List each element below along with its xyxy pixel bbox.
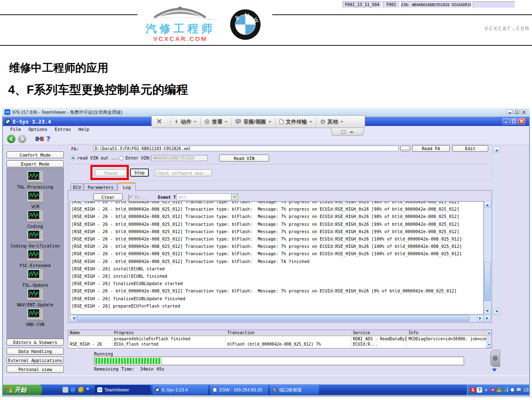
hscroll-thumb[interactable] xyxy=(77,315,469,321)
quick-launch-icon-1[interactable] xyxy=(63,387,68,393)
table-header-cell[interactable]: Name xyxy=(68,330,112,335)
sidebar-tool-item[interactable]: Coding xyxy=(27,210,43,229)
read-vin-radio[interactable] xyxy=(71,156,75,160)
tv-toolbar-item-view[interactable]: 查看 xyxy=(204,118,228,126)
sidebar-tool-item[interactable]: OBD-CVN xyxy=(26,308,44,328)
tray-help-icon[interactable]: ? xyxy=(477,387,482,393)
task-teamviewer[interactable]: TeamViewer xyxy=(95,385,150,394)
task-port-mapper[interactable]: 端口映射器 xyxy=(270,385,319,394)
vin-input[interactable] xyxy=(151,155,208,161)
sidebar-tool-item[interactable]: TSL-Update xyxy=(22,269,48,288)
sidebar-tool-item[interactable]: Coding-Verification xyxy=(11,229,60,249)
clock[interactable]: 13:01 xyxy=(523,387,529,392)
scroll-corner-button[interactable] xyxy=(484,315,491,321)
task-esys[interactable]: E-Sys 3.23.4 xyxy=(153,385,208,394)
sidebar-tool-item[interactable]: VCM xyxy=(27,190,43,210)
file-icon xyxy=(279,119,284,124)
quick-launch-icon-2[interactable] xyxy=(70,387,76,393)
scroll-right-button[interactable] xyxy=(477,315,484,321)
browse-button[interactable]: ... xyxy=(400,146,410,151)
side-grip[interactable] xyxy=(490,350,500,367)
start-button[interactable]: 开始 xyxy=(3,384,42,395)
scroll-left-button[interactable] xyxy=(70,315,76,321)
esys-minimize-button[interactable] xyxy=(503,118,510,124)
maximize-button[interactable] xyxy=(514,110,520,114)
clear-button[interactable]: Clear xyxy=(93,193,123,200)
table-scroll-up-button[interactable] xyxy=(486,330,492,335)
stop-button[interactable]: Stop xyxy=(130,169,149,177)
fa-path-input[interactable] xyxy=(93,146,399,151)
close-button[interactable] xyxy=(521,110,527,114)
tv-toolbar-item-actions[interactable]: 动作 xyxy=(174,118,197,126)
edit-button[interactable]: Edit xyxy=(452,145,488,152)
tray-display-icon[interactable] xyxy=(516,387,521,393)
tray-warning-icon[interactable] xyxy=(496,387,502,393)
events-checkbox-label: Ev... xyxy=(135,195,148,200)
tray-network-icon[interactable] xyxy=(503,387,508,393)
enter-vin-radio[interactable] xyxy=(119,156,123,160)
expert-mode-button[interactable]: Expert Mode xyxy=(7,160,64,167)
log-output[interactable]: [RSE_HIGH - 26 - btld_0000042e-008_025_0… xyxy=(70,201,484,315)
tv-disconnect-button[interactable] xyxy=(152,119,166,125)
tray-messenger-icon[interactable] xyxy=(510,387,515,393)
menu-item[interactable]: Options xyxy=(29,127,47,132)
grip-down-arrow[interactable] xyxy=(492,368,497,374)
read-vin-button[interactable]: Read VIN xyxy=(219,155,269,162)
check-software-button[interactable]: Check software ava... xyxy=(155,169,212,176)
event-type-select[interactable]: All xyxy=(177,193,238,200)
table-header-cell[interactable]: Info xyxy=(407,330,492,335)
sidebar-tool-item[interactable]: TAL-Processing xyxy=(17,171,54,190)
quick-launch-icon-3[interactable] xyxy=(78,387,84,393)
tray-s-badge-icon[interactable]: S xyxy=(470,387,476,393)
comfort-mode-button[interactable]: Comfort Mode xyxy=(7,151,64,158)
table-header-cell[interactable]: Progress xyxy=(112,330,226,335)
tool-label: TSL-Update xyxy=(22,283,48,288)
forward-button[interactable] xyxy=(18,135,27,143)
scroll-thumb[interactable] xyxy=(484,262,491,301)
form-scroll-down-button[interactable] xyxy=(493,308,500,315)
esys-close-button[interactable] xyxy=(518,118,525,124)
menu-item[interactable]: Help xyxy=(79,127,90,132)
table-row[interactable]: prepareVehicleForFlash finished RDBI_ADS… xyxy=(68,336,492,342)
tray-chevron-icon[interactable]: < xyxy=(483,387,489,393)
sidebar-bottom-button[interactable]: External Applications xyxy=(7,357,64,364)
sidebar-bottom-button[interactable]: Editors & Viewers xyxy=(7,339,64,346)
log-vscrollbar[interactable] xyxy=(484,201,491,315)
table-header-cell[interactable]: Transaction xyxy=(226,330,351,335)
page-bottom-rule xyxy=(0,397,532,397)
esys-maximize-button[interactable] xyxy=(510,118,517,124)
sidebar-bottom-button[interactable]: Data Handling xyxy=(7,348,64,355)
log-line: [RSE_HIGH - 26 - btld_0000042e-008_025_0… xyxy=(72,220,483,228)
tv-toolbar-tab[interactable] xyxy=(331,128,364,136)
tab-log[interactable]: Log xyxy=(118,182,136,191)
quick-launch-more[interactable]: » xyxy=(86,386,89,391)
tray-error-icon[interactable] xyxy=(490,387,495,393)
tv-toolbar-item-other[interactable]: 其他 xyxy=(320,118,343,126)
back-button[interactable] xyxy=(7,135,16,143)
menu-item[interactable]: Extras xyxy=(55,127,71,132)
log-hscrollbar[interactable] xyxy=(70,315,491,321)
sidebar-tool-item[interactable]: FSC-Extended xyxy=(20,249,51,269)
sidebar-tool-item[interactable]: NAV/ENT-Update xyxy=(17,288,54,308)
table-scroll-down-button[interactable] xyxy=(486,342,492,348)
task-zgw[interactable]: ZGW : 169.254.83.20 xyxy=(210,385,268,394)
minimize-button[interactable] xyxy=(507,110,513,114)
help-button[interactable]: ? xyxy=(46,135,50,143)
scroll-up-button[interactable] xyxy=(484,201,491,208)
tab-parameters[interactable]: Parameters xyxy=(84,183,117,191)
table-header-cell[interactable]: Service xyxy=(351,330,407,335)
table-row[interactable]: RSE_HIGH - 26 ECUs_Flash started blFlash… xyxy=(68,342,492,347)
scroll-down-button[interactable] xyxy=(484,308,491,315)
menu-item[interactable]: File xyxy=(10,127,21,132)
form-scroll-up-button[interactable] xyxy=(493,146,500,153)
events-checkbox[interactable] xyxy=(128,194,129,202)
connect-icon[interactable] xyxy=(36,136,44,142)
select-chevron-down-icon xyxy=(231,194,238,200)
table-vscrollbar[interactable] xyxy=(486,330,492,348)
form-vscrollbar[interactable] xyxy=(493,146,500,315)
tv-toolbar-item-audio-video[interactable]: 音频/视频 xyxy=(236,118,272,126)
tv-toolbar-item-file-transfer[interactable]: 文件传输 xyxy=(279,118,312,126)
read-fa-button[interactable]: Read FA xyxy=(412,145,450,152)
tab-ecu[interactable]: ECU xyxy=(70,183,83,191)
sidebar-bottom-button[interactable]: Personal view xyxy=(7,366,64,373)
